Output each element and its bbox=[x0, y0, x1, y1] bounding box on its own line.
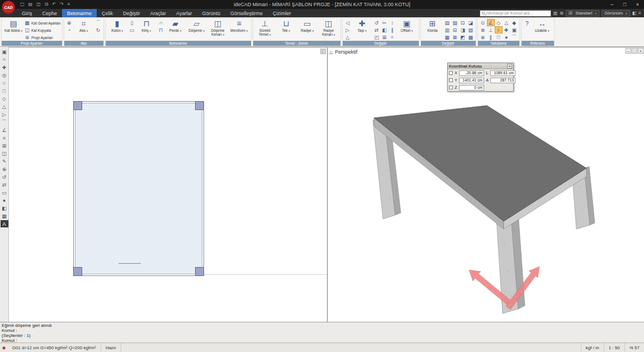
ribbon-small-icon[interactable]: ▤ bbox=[443, 19, 451, 26]
a-coordinate-field[interactable]: 287.713 bbox=[490, 78, 515, 83]
snap-icon[interactable]: ✚ bbox=[503, 26, 510, 34]
left-toolbar-icon[interactable]: ▣ bbox=[1, 48, 8, 55]
menu-tab[interactable]: Değiştir bbox=[118, 9, 145, 17]
menu-tab[interactable]: Çizimler bbox=[268, 9, 296, 17]
ribbon-small-icon[interactable]: ⊡ bbox=[459, 19, 467, 26]
snap-icon[interactable]: ◇ bbox=[495, 19, 503, 26]
pane-control-icon[interactable]: – bbox=[626, 48, 631, 54]
snap-icon[interactable]: ∥ bbox=[487, 34, 495, 41]
close-icon[interactable]: × bbox=[507, 64, 512, 69]
surekli-temel-button[interactable]: ⊥ Sürekli Temel ▾ bbox=[254, 19, 276, 41]
snap-icon[interactable]: ● bbox=[503, 34, 510, 41]
left-toolbar-icon[interactable]: ◎ bbox=[1, 72, 8, 79]
ribbon-small-icon[interactable]: ▧ bbox=[451, 19, 459, 26]
merdiven-button[interactable]: ≡ Merdiven ▾ bbox=[229, 19, 250, 41]
offset-button[interactable]: ▣ Offset ▾ bbox=[396, 19, 418, 41]
left-toolbar-icon[interactable]: ○ bbox=[1, 79, 8, 87]
snap-icon[interactable]: ⊙ bbox=[479, 19, 487, 26]
scale-indicator[interactable]: 1 : 50 bbox=[604, 343, 624, 352]
menu-tab[interactable]: Görselleştirme bbox=[225, 9, 268, 17]
left-toolbar-icon[interactable]: □ bbox=[1, 87, 8, 94]
command-search-input[interactable]: Herhangi bir Komut ara... bbox=[480, 10, 551, 17]
slab-3d[interactable] bbox=[374, 106, 586, 229]
x-lock-checkbox[interactable] bbox=[449, 71, 453, 75]
left-toolbar-icon[interactable]: ▦ bbox=[1, 212, 8, 220]
doseme-kenari-button[interactable]: ◫ Döşeme Kenarı ▾ bbox=[207, 19, 229, 41]
left-toolbar-icon[interactable]: ◫ bbox=[1, 150, 8, 157]
left-toolbar-icon[interactable]: A bbox=[1, 220, 8, 227]
snap-icon[interactable]: ⊕ bbox=[479, 34, 487, 41]
menu-tab[interactable]: Araçlar bbox=[145, 9, 172, 17]
snap-icon[interactable]: ⊗ bbox=[479, 26, 487, 34]
ribbon-small-icon[interactable]: ◪ bbox=[467, 19, 475, 26]
uzaklik-button[interactable]: ↔ Uzaklık ▾ bbox=[532, 19, 553, 41]
radye-button[interactable]: ▭ Radye ▾ bbox=[297, 19, 318, 41]
klonla-button[interactable]: ⊞ Klonla bbox=[422, 19, 443, 41]
view-type-icon[interactable]: △ bbox=[329, 50, 333, 55]
perde-button[interactable]: ▰ Perde ▾ bbox=[165, 19, 186, 41]
ribbon-small-icon[interactable]: ↺ bbox=[373, 19, 381, 26]
ribbon-small-icon[interactable]: ◰ bbox=[373, 34, 381, 41]
standart-dropdown[interactable]: ☒ Standart ▾ bbox=[566, 10, 599, 17]
pane-control-icon[interactable]: □ bbox=[632, 48, 637, 54]
snap-icon[interactable]: ◆ bbox=[510, 19, 518, 26]
ribbon-small-icon[interactable]: ▷ bbox=[344, 26, 352, 34]
ribbon-small-icon[interactable]: ⊕ bbox=[65, 19, 73, 26]
tasi-button[interactable]: ✚ Taşı ▾ bbox=[352, 19, 373, 41]
left-toolbar-icon[interactable]: ↺ bbox=[1, 173, 8, 180]
ribbon-small-icon[interactable]: △ bbox=[344, 34, 352, 41]
toolbar-icon[interactable]: ≡ bbox=[638, 11, 641, 16]
menu-tab[interactable]: Çelik bbox=[97, 9, 118, 17]
kat-listesi-button[interactable]: ▤ Kat listesi ▾ bbox=[3, 19, 24, 41]
x-coordinate-field[interactable]: -20.86 cm bbox=[459, 70, 484, 76]
quick-access-icon[interactable]: ≡ bbox=[68, 0, 70, 9]
left-toolbar-icon[interactable]: ⊕ bbox=[1, 165, 8, 173]
left-toolbar-icon[interactable]: ◧ bbox=[1, 204, 8, 212]
left-toolbar-icon[interactable]: ✚ bbox=[1, 64, 8, 71]
gorunum-dropdown[interactable]: Görünüm ▾ bbox=[602, 10, 630, 17]
left-toolbar-icon[interactable]: ⊞ bbox=[1, 142, 8, 149]
snap-icon[interactable]: △ bbox=[503, 19, 510, 26]
zoom-indicator[interactable]: % 57 bbox=[624, 343, 644, 352]
left-toolbar-icon[interactable]: ✎ bbox=[1, 158, 8, 165]
ribbon-small-icon[interactable]: ◩ bbox=[459, 34, 467, 41]
minimize-button[interactable]: – bbox=[605, 0, 618, 9]
doseme-button[interactable]: ▱ Döşeme ▾ bbox=[186, 19, 207, 41]
kiris-button[interactable]: ⊓ Kiriş ▾ bbox=[136, 19, 157, 41]
menu-tab[interactable]: Giriş bbox=[17, 9, 37, 17]
column-element[interactable] bbox=[195, 101, 204, 110]
ribbon-small-icon[interactable]: ▥ bbox=[443, 26, 451, 34]
left-toolbar-icon[interactable]: ● bbox=[1, 197, 8, 204]
snap-icon[interactable]: ⌒ bbox=[510, 34, 518, 41]
ribbon-small-icon[interactable]: ◁ bbox=[344, 19, 352, 26]
ribbon-small-icon[interactable]: ◔ bbox=[65, 26, 73, 34]
ribbon-small-icon[interactable]: ⊓ bbox=[157, 26, 165, 34]
maximize-button[interactable]: □ bbox=[618, 0, 631, 9]
ribbon-small-icon[interactable]: ⊠ bbox=[451, 34, 459, 41]
left-toolbar-icon[interactable]: ⇄ bbox=[1, 181, 8, 188]
ribbon-small-icon[interactable]: ⌗ bbox=[389, 34, 396, 41]
ribbon-small-icon[interactable]: ◨ bbox=[459, 26, 467, 34]
quick-access-icon[interactable]: ▢ bbox=[20, 0, 25, 9]
coordinate-box[interactable]: Koordinat Kutusu × X -20.86 cm L 1089.61… bbox=[447, 63, 514, 92]
left-toolbar-icon[interactable]: △ bbox=[1, 103, 8, 110]
kolon-button[interactable]: ▮ Kolon ▾ bbox=[107, 19, 128, 41]
quick-access-icon[interactable]: ↶ bbox=[52, 0, 56, 9]
ribbon-small-icon[interactable]: ⇄ bbox=[373, 26, 381, 34]
ribbon-small-icon[interactable]: ▯ bbox=[128, 19, 136, 26]
ribbon-small-icon[interactable]: ◧ bbox=[381, 26, 389, 34]
menu-tab[interactable]: Görüntü bbox=[197, 9, 225, 17]
slab-outline[interactable] bbox=[73, 101, 204, 276]
coordinate-box-titlebar[interactable]: Koordinat Kutusu × bbox=[448, 63, 513, 69]
quick-access-icon[interactable]: ↷ bbox=[60, 0, 64, 9]
quick-access-icon[interactable]: ⊟ bbox=[45, 0, 49, 9]
ribbon-small-icon[interactable]: ▨ bbox=[467, 26, 475, 34]
column-element[interactable] bbox=[73, 101, 82, 110]
column-element[interactable] bbox=[195, 267, 204, 276]
menu-tab[interactable]: Ayarlar bbox=[171, 9, 197, 17]
pane-control-icon[interactable]: × bbox=[638, 48, 643, 54]
snap-icon[interactable]: □ bbox=[495, 34, 503, 41]
column-element[interactable] bbox=[73, 267, 82, 276]
ribbon-small-icon[interactable]: ⊟ bbox=[451, 26, 459, 34]
snap-icon[interactable]: ⊥ bbox=[487, 26, 495, 34]
